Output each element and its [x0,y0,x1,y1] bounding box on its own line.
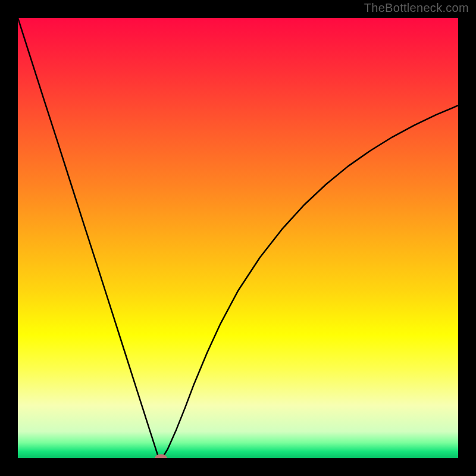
watermark-text: TheBottleneck.com [364,1,469,15]
chart-svg [18,18,458,458]
gradient-background [18,18,458,458]
chart-container: TheBottleneck.com [0,0,476,476]
plot-area [18,18,458,458]
